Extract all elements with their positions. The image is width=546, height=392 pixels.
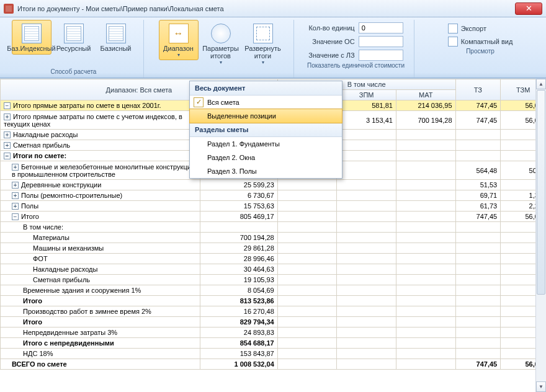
dropdown-item[interactable]: Вся смета [190,96,342,109]
table-row[interactable]: НДС 18%153 843,87 [1,349,546,359]
scroll-up-icon[interactable]: ▲ [536,79,546,89]
tree-toggle-icon[interactable]: − [4,102,11,109]
cell [337,254,396,264]
cell [337,296,396,306]
table-row[interactable]: Временные здания и сооружения 1%8 054,69 [1,285,546,296]
row-label: Итого [23,318,42,326]
cell: 153 843,87 [200,349,278,359]
basis-button[interactable]: Базисный [96,20,136,55]
table-row[interactable]: Непредвиденные затраты 3%24 893,83 [1,327,546,338]
chevron-down-icon: ▾ [177,52,180,58]
dropdown-item[interactable]: Раздел 3. Полы [190,164,342,178]
baz-index-button[interactable]: Баз.Индексный [12,20,51,55]
table-row[interactable]: ФОТ28 996,46 [1,254,546,264]
table-row[interactable]: +Деревянные конструкции25 599,2351,532 [1,180,546,190]
table-row[interactable]: Материалы700 194,28 [1,233,546,243]
param-input-2[interactable] [359,50,403,61]
row-label: Временные здания и сооружения 1% [23,287,141,294]
dropdown-item[interactable]: Выделенные позиции [189,109,342,123]
cell [396,212,455,222]
titlebar: Итоги по документу - Мои сметы\Пример па… [0,0,546,17]
cell [396,327,455,338]
cell [455,243,501,254]
table-row[interactable]: Сметная прибыль19 105,93 [1,275,546,285]
tree-toggle-icon[interactable]: + [4,131,11,138]
resource-button[interactable]: Ресурсный [54,20,94,55]
cell: 6 730,67 [200,190,278,201]
scroll-thumb[interactable] [537,90,545,295]
tree-toggle-icon[interactable]: − [12,213,19,220]
cell [337,327,396,338]
range-button[interactable]: Диапазон▾ [159,20,199,60]
table-row[interactable]: ВСЕГО по смете1 008 532,04747,4556,01 [1,359,546,370]
cell [396,317,455,327]
table-row[interactable]: +Полы (ремонтно-строительные)6 730,6769,… [1,190,546,201]
params-label: Параметры итогов [202,45,239,60]
resource-icon [64,24,84,43]
param-input-1[interactable] [359,36,403,47]
tree-toggle-icon[interactable]: + [4,142,11,149]
cell [396,359,455,370]
cell [277,212,337,222]
cell [277,317,337,327]
tree-toggle-icon[interactable]: + [12,192,19,199]
cell [277,327,337,338]
table-row[interactable]: Производство работ в зимнее время 2%16 2… [1,306,546,317]
cell: 29 861,28 [200,243,278,254]
cell: 24 893,83 [200,327,278,338]
vertical-scrollbar[interactable]: ▲ ▼ [535,79,546,392]
close-button[interactable]: ✕ [515,2,542,15]
table-row[interactable]: Итого с непредвиденными854 688,17 [1,338,546,349]
dropdown-item[interactable]: Раздел 1. Фундаменты [190,137,342,151]
cell [396,243,455,254]
dropdown-item[interactable]: Раздел 2. Окна [190,151,342,164]
row-label: Итоги по смете: [13,152,66,159]
cell [396,349,455,359]
export-label: Экспорт [461,25,486,32]
row-label: Непредвиденные затраты 3% [23,329,117,336]
tree-toggle-icon[interactable]: + [4,114,11,120]
table-row[interactable]: +Полы15 753,6361,732,23 [1,201,546,212]
cell: 51,53 [455,180,501,190]
cell [277,338,337,349]
table-row[interactable]: В том числе: [1,222,546,233]
cell [455,317,501,327]
tree-toggle-icon[interactable]: + [12,164,19,171]
table-row[interactable]: Итого829 794,34 [1,317,546,327]
expand-button[interactable]: Развернуть итоги▾ [243,20,283,68]
cell: 854 688,17 [200,338,278,349]
tree-toggle-icon[interactable]: − [4,153,11,159]
params-button[interactable]: Параметры итогов▾ [201,20,241,68]
tree-toggle-icon[interactable]: + [12,182,19,189]
row-label: Бетонные и железобетонные монолитные кон… [12,163,195,178]
cell [396,130,455,140]
window-title: Итоги по документу - Мои сметы\Пример па… [17,5,515,12]
cell [277,201,337,212]
cell: 28 996,46 [200,254,278,264]
cell [337,306,396,317]
cell: 747,45 [455,212,501,222]
cell: 61,73 [455,201,501,212]
cell: 69,71 [455,190,501,201]
cell: 747,45 [455,359,501,370]
table-row[interactable]: Накладные расходы30 464,63 [1,264,546,275]
cell [455,349,501,359]
cell [396,201,455,212]
table-row[interactable]: Машины и механизмы29 861,28 [1,243,546,254]
table-row[interactable]: Итого813 523,86 [1,296,546,306]
cell: 1 008 532,04 [200,359,278,370]
compact-button[interactable]: Компактный вид [448,37,513,47]
tree-toggle-icon[interactable]: + [12,203,19,210]
cell [396,275,455,285]
param-label-2: Значение с ЛЗ [308,51,354,59]
param-input-0[interactable] [359,22,403,33]
table-row[interactable]: −Итого805 469,17747,4556,01 [1,212,546,222]
export-button[interactable]: Экспорт [448,24,513,33]
cell [277,296,337,306]
compact-label: Компактный вид [461,38,513,45]
cell [277,254,337,264]
cell [455,151,501,161]
compact-icon [448,37,458,47]
scroll-down-icon[interactable]: ▼ [536,381,546,392]
cell: 805 469,17 [200,212,278,222]
